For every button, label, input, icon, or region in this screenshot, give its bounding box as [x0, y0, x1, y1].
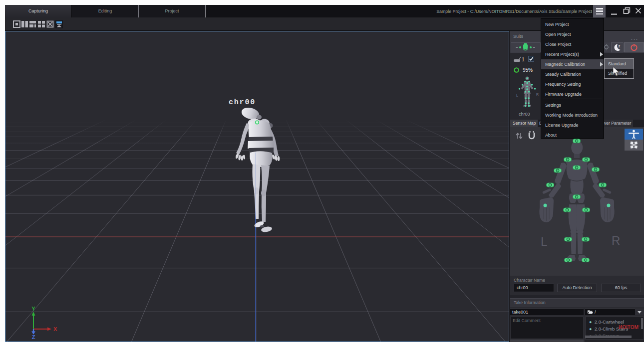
svg-text:X: X — [53, 326, 57, 332]
svg-text:R: R — [612, 234, 620, 247]
svg-text:Y: Y — [31, 306, 35, 312]
svg-text:L: L — [541, 235, 547, 248]
svg-text:/: / — [595, 310, 596, 315]
svg-text:Z: Z — [32, 334, 35, 340]
svg-text:z: z — [619, 44, 621, 48]
svg-text:R: R — [536, 93, 539, 96]
svg-text:1: 1 — [522, 57, 525, 62]
svg-text:chr00: chr00 — [229, 98, 256, 107]
svg-text:L: L — [516, 94, 518, 97]
